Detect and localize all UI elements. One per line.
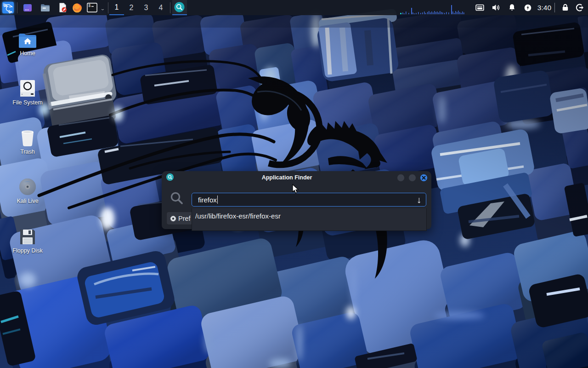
svg-text:$: $ xyxy=(88,4,90,8)
